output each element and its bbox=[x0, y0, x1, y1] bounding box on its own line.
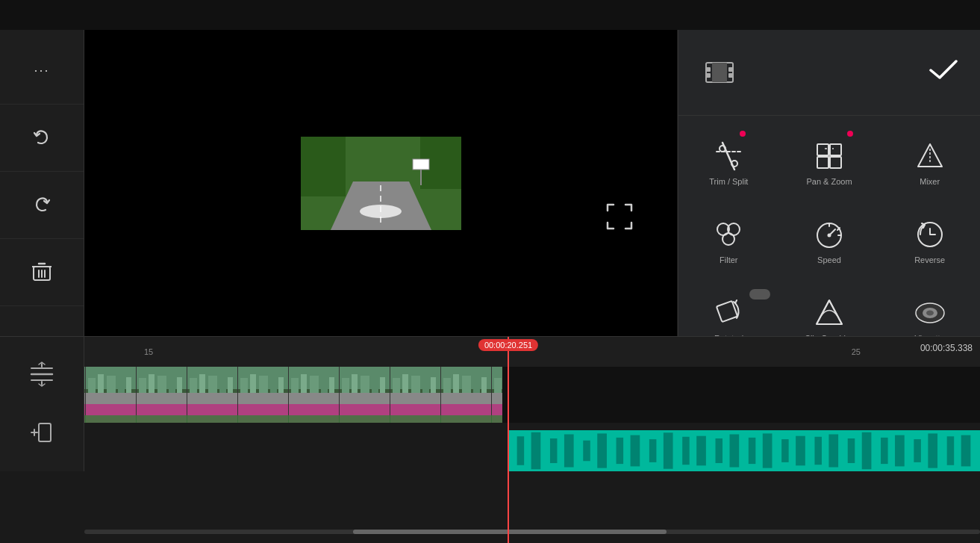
svg-rect-25 bbox=[817, 144, 828, 155]
timeline: 15 25 00:00:35.338 00:00:20.251 bbox=[0, 336, 980, 543]
pan-zoom-label: Pan & Zoom bbox=[806, 177, 852, 186]
svg-rect-69 bbox=[84, 415, 502, 423]
svg-rect-90 bbox=[682, 437, 689, 465]
trim-dot bbox=[740, 131, 746, 137]
filter-tool[interactable]: Filter bbox=[678, 202, 779, 280]
svg-rect-105 bbox=[928, 433, 937, 468]
reverse-icon bbox=[914, 218, 946, 251]
svg-rect-85 bbox=[597, 433, 607, 468]
svg-rect-82 bbox=[550, 438, 557, 463]
track-resize-button[interactable] bbox=[23, 356, 60, 393]
reverse-label: Reverse bbox=[914, 255, 945, 264]
pan-zoom-tool[interactable]: Pan & Zoom bbox=[779, 123, 880, 202]
fullscreen-button[interactable] bbox=[605, 202, 634, 232]
svg-rect-17 bbox=[706, 73, 711, 78]
svg-rect-13 bbox=[413, 159, 429, 170]
reverse-tool[interactable]: Reverse bbox=[879, 202, 980, 280]
speed-icon bbox=[813, 218, 846, 251]
svg-rect-86 bbox=[617, 438, 623, 464]
trim-split-tool[interactable]: Trim / Split bbox=[678, 123, 779, 202]
total-time: 00:00:35.338 bbox=[920, 343, 973, 353]
svg-rect-88 bbox=[649, 439, 656, 462]
undo-button[interactable] bbox=[0, 105, 84, 172]
svg-rect-98 bbox=[814, 437, 821, 465]
svg-rect-93 bbox=[730, 435, 740, 468]
svg-rect-106 bbox=[947, 436, 954, 465]
mixer-label: Mixer bbox=[920, 177, 940, 186]
scrollbar-thumb[interactable] bbox=[353, 530, 667, 534]
ruler-marker-15: 15 bbox=[144, 347, 153, 356]
filter-label: Filter bbox=[720, 255, 737, 264]
vignette-icon bbox=[914, 297, 946, 329]
svg-rect-27 bbox=[817, 157, 828, 168]
svg-line-46 bbox=[829, 300, 842, 324]
ruler-marker-25: 25 bbox=[852, 347, 861, 356]
fullscreen-icon bbox=[606, 203, 633, 230]
svg-rect-89 bbox=[664, 432, 673, 468]
trim-split-icon bbox=[712, 140, 745, 173]
delete-button[interactable] bbox=[0, 239, 84, 306]
svg-rect-97 bbox=[796, 436, 805, 466]
svg-rect-99 bbox=[828, 435, 838, 468]
svg-rect-10 bbox=[301, 137, 346, 196]
rotate-icon bbox=[712, 297, 745, 329]
svg-rect-84 bbox=[583, 441, 590, 462]
confirm-button[interactable] bbox=[929, 59, 958, 87]
svg-rect-107 bbox=[961, 435, 971, 467]
video-black-bottom bbox=[301, 230, 461, 327]
more-options-icon: ··· bbox=[34, 63, 49, 78]
svg-marker-44 bbox=[817, 300, 842, 324]
pan-zoom-icon bbox=[813, 140, 846, 173]
svg-rect-20 bbox=[712, 63, 727, 82]
svg-point-49 bbox=[926, 310, 934, 315]
svg-rect-92 bbox=[716, 438, 722, 463]
redo-icon bbox=[31, 195, 52, 216]
svg-rect-26 bbox=[830, 144, 841, 155]
svg-rect-96 bbox=[781, 439, 788, 462]
svg-rect-95 bbox=[763, 433, 773, 468]
pan-zoom-dot bbox=[847, 131, 853, 137]
speed-label: Speed bbox=[817, 255, 841, 264]
right-panel: Trim / Split Pan & Zoom bbox=[678, 30, 980, 366]
film-icon bbox=[701, 54, 738, 91]
redo-button[interactable] bbox=[0, 172, 84, 239]
waveform-display bbox=[508, 430, 980, 471]
tools-grid: Trim / Split Pan & Zoom bbox=[678, 116, 980, 366]
svg-rect-101 bbox=[862, 432, 872, 470]
time-display: 00:00:35.338 bbox=[920, 343, 973, 353]
audio-track bbox=[84, 430, 980, 471]
add-track-button[interactable] bbox=[23, 415, 60, 453]
current-time-label: 00:00:20.251 bbox=[478, 339, 538, 351]
svg-marker-31 bbox=[918, 144, 942, 167]
main-video-track[interactable]: 1.0x bbox=[84, 367, 980, 423]
top-bar bbox=[0, 0, 980, 30]
timeline-playhead: 00:00:20.251 bbox=[508, 337, 509, 543]
svg-rect-94 bbox=[749, 438, 755, 464]
mixer-tool[interactable]: Mixer bbox=[879, 123, 980, 202]
svg-rect-68 bbox=[84, 367, 502, 423]
svg-rect-16 bbox=[706, 67, 711, 72]
timeline-controls bbox=[0, 337, 84, 471]
timeline-scrollbar[interactable] bbox=[84, 530, 980, 534]
svg-rect-102 bbox=[881, 438, 887, 464]
svg-rect-104 bbox=[914, 439, 920, 462]
svg-rect-18 bbox=[728, 67, 733, 72]
svg-rect-19 bbox=[728, 73, 733, 78]
svg-rect-55 bbox=[39, 423, 51, 441]
svg-point-35 bbox=[722, 233, 734, 245]
rotate-toggle[interactable] bbox=[749, 289, 770, 300]
more-options-button[interactable]: ··· bbox=[0, 37, 84, 105]
video-frame bbox=[301, 40, 461, 327]
filter-icon bbox=[712, 218, 745, 251]
clip-graphics-icon bbox=[813, 297, 846, 329]
svg-rect-100 bbox=[848, 438, 855, 463]
video-content bbox=[301, 137, 461, 230]
trash-icon bbox=[32, 262, 52, 283]
trim-split-label: Trim / Split bbox=[709, 177, 748, 186]
svg-rect-43 bbox=[717, 300, 737, 321]
mixer-icon bbox=[914, 140, 946, 173]
svg-rect-91 bbox=[696, 436, 706, 466]
speed-tool[interactable]: Speed bbox=[779, 202, 880, 280]
svg-point-12 bbox=[360, 205, 402, 218]
video-black-top bbox=[301, 40, 461, 137]
